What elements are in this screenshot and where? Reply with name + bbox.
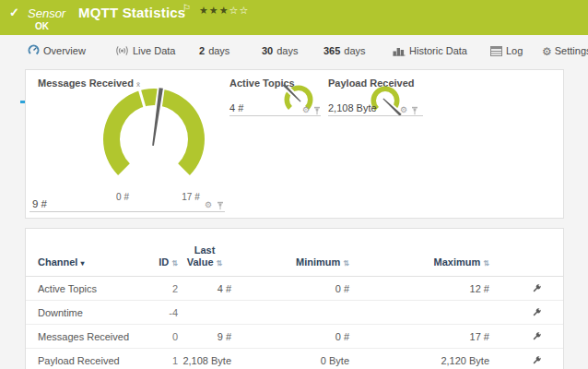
gear-icon: ⚙ [542, 45, 552, 58]
overview-gauges-panel: Messages Received x̄ 0 # 17 # 9 # ⚙ Acti… [25, 69, 564, 219]
table-row[interactable]: Payload Received 1 2,108 Byte 0 Byte 2,1… [26, 349, 563, 369]
status-badge: OK [35, 21, 49, 31]
primary-gauge [85, 79, 223, 199]
payload-received-value: 2,108 Byte [328, 102, 377, 113]
stars-filled[interactable]: ★★★ [199, 5, 229, 16]
flag-icon: ⚐ [182, 3, 191, 13]
bar-chart-icon [393, 45, 406, 56]
tab-overview[interactable]: Overview [28, 39, 86, 63]
sort-icon: ⇅ [171, 259, 178, 268]
payload-underline [328, 115, 423, 116]
pin-icon[interactable] [217, 201, 224, 210]
pin-icon[interactable] [411, 106, 418, 115]
primary-gauge-value: 9 # [32, 198, 47, 209]
tab-settings[interactable]: ⚙Settings [542, 39, 588, 63]
channel-settings-wrench-icon[interactable] [532, 283, 542, 293]
channel-gear-icon[interactable]: ⚙ [205, 201, 212, 209]
page-title: MQTT Statistics [78, 5, 185, 20]
tab-historic-data[interactable]: Historic Data [393, 39, 467, 63]
column-header-maximum[interactable]: Maximum⇅ [349, 256, 489, 269]
table-header-row: Channel▾ ID⇅ Last Value⇅ Minimum⇅ Maximu… [26, 229, 563, 277]
tab-bar: Overview Live Data 2days 30days 365days … [0, 39, 588, 66]
stars-empty[interactable]: ☆☆ [229, 5, 250, 16]
priority-stars[interactable]: ★★★☆☆ [199, 5, 249, 17]
primary-gauge-max-label: 17 # [175, 192, 206, 202]
active-topics-underline [229, 115, 321, 116]
sensor-header-bar: ✓ Sensor MQTT Statistics ⚐ ★★★☆☆ OK [0, 0, 588, 35]
sort-icon: ⇅ [217, 259, 223, 268]
column-header-minimum[interactable]: Minimum⇅ [231, 256, 349, 269]
channel-settings-wrench-icon[interactable] [532, 355, 542, 365]
live-data-icon [115, 45, 129, 56]
table-row[interactable]: Messages Received 0 9 # 0 # 17 # [26, 325, 563, 349]
tab-live-data[interactable]: Live Data [115, 39, 175, 63]
tab-log[interactable]: Log [490, 39, 523, 63]
tab-30-days[interactable]: 30days [262, 39, 299, 63]
average-marker-label: x̄ [134, 80, 143, 89]
primary-value-underline [29, 211, 225, 212]
channel-settings-wrench-icon[interactable] [532, 307, 542, 317]
gauge-icon [28, 44, 40, 56]
tab-365-days[interactable]: 365days [323, 39, 366, 63]
primary-gauge-min-label: 0 # [109, 192, 136, 202]
tab-2-days[interactable]: 2days [199, 39, 229, 63]
channel-table-panel: Channel▾ ID⇅ Last Value⇅ Minimum⇅ Maximu… [25, 228, 564, 369]
table-row[interactable]: Downtime -4 [26, 301, 563, 325]
channel-gear-icon[interactable]: ⚙ [302, 106, 310, 114]
log-table-icon [490, 46, 502, 56]
status-check-icon: ✓ [9, 6, 19, 19]
column-header-id[interactable]: ID⇅ [148, 256, 178, 269]
sort-icon: ⇅ [343, 259, 349, 268]
pin-icon[interactable] [313, 106, 321, 115]
table-row[interactable]: Active Topics 2 4 # 0 # 12 # [26, 277, 563, 301]
active-topics-value: 4 # [229, 102, 243, 113]
object-kind-label: Sensor [28, 6, 65, 20]
sort-icon: ⇅ [483, 259, 489, 268]
sort-caret-icon: ▾ [80, 259, 84, 268]
channel-gear-icon[interactable]: ⚙ [400, 106, 407, 114]
column-header-last-value[interactable]: Last Value⇅ [178, 244, 231, 270]
column-header-channel[interactable]: Channel▾ [38, 256, 148, 269]
channel-settings-wrench-icon[interactable] [532, 331, 542, 341]
